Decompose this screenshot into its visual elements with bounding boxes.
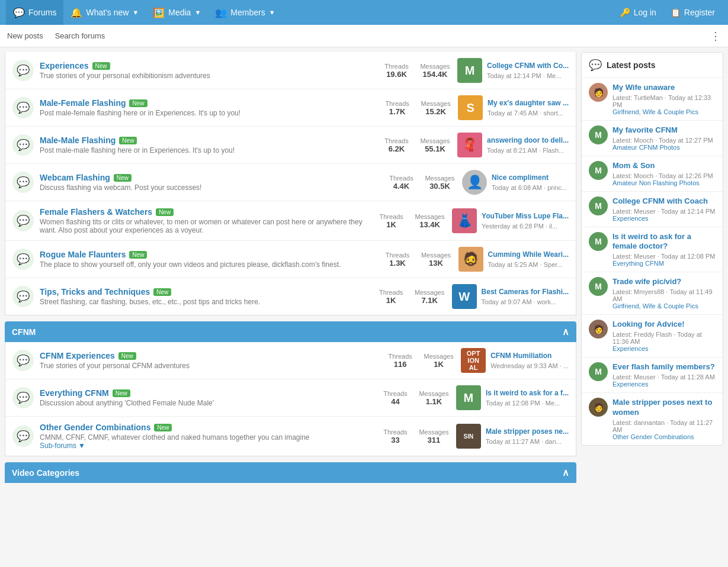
lp-title-1[interactable]: My favorite CFNM: [612, 125, 716, 136]
forum-stats-messages-rmf: Messages 13K: [420, 252, 453, 268]
avatar-lp-1: M: [589, 125, 608, 144]
badge-new-mff: New: [129, 99, 147, 107]
last-post-title-everything-cfnm[interactable]: Is it weird to ask for a f...: [486, 389, 569, 398]
forum-link-everything-cfnm[interactable]: Everything CFNM: [40, 388, 109, 398]
section-header-cfnm[interactable]: CFNM ∧: [5, 321, 576, 342]
nav-register[interactable]: 📋 Register: [663, 8, 722, 17]
table-row: 💬 Everything CFNM New Discussion about a…: [5, 379, 576, 417]
forum-icon-rmf: 💬: [12, 249, 34, 270]
nav-right-actions: 🔑 Log in 📋 Register: [613, 8, 722, 17]
forum-stats-threads-experiences: Threads 19.6K: [380, 63, 413, 79]
nav-forums-label: Forums: [28, 8, 56, 17]
forum-desc-ttt: Street flashing, car flashing, buses, et…: [40, 298, 369, 306]
last-post-title-experiences[interactable]: College CFNM with Co...: [487, 62, 569, 71]
forum-link-ogc[interactable]: Other Gender Combinations: [40, 423, 150, 432]
lp-content-3: College CFNM with Coach Latest: Meuser ·…: [612, 196, 716, 222]
lp-content-8: Male stripper poses next to women Latest…: [612, 398, 716, 440]
cfnm-forum-list: 💬 CFNM Experiences New True stories of y…: [5, 342, 576, 456]
nav-media[interactable]: 🖼️ Media ▼: [146, 0, 208, 25]
forum-link-rmf[interactable]: Rogue Male Flaunters: [40, 250, 126, 259]
last-post-info-everything-cfnm: Is it weird to ask for a f... Today at 1…: [486, 389, 569, 407]
lp-forum-8[interactable]: Other Gender Combinations: [612, 433, 716, 440]
forum-last-experiences: M College CFNM with Co... Today at 12:14…: [457, 58, 569, 83]
forum-title-cfnm-exp: CFNM Experiences New: [40, 351, 378, 360]
badge-new-experiences: New: [92, 62, 110, 70]
forum-last-mff: S My ex's daughter saw ... Today at 7:45…: [458, 95, 569, 120]
nav-media-label: Media: [168, 8, 191, 17]
lp-forum-5[interactable]: Girlfriend, Wife & Couple Pics: [612, 302, 716, 310]
last-post-title-ogc[interactable]: Male stripper poses ne...: [486, 427, 569, 437]
lp-title-0[interactable]: My Wife unaware: [612, 83, 716, 93]
avatar-lp-5: M: [589, 277, 608, 296]
forum-desc-webcam: Discuss flashing via webcam. Post your s…: [40, 183, 379, 192]
lp-forum-3[interactable]: Experiences: [612, 215, 716, 222]
lp-title-2[interactable]: Mom & Son: [612, 161, 716, 171]
lp-forum-4[interactable]: Everything CFNM: [612, 260, 716, 267]
nav-login[interactable]: 🔑 Log in: [613, 8, 663, 17]
table-row: 💬 Tips, Tricks and Techniques New Street…: [5, 278, 576, 315]
forum-link-experiences[interactable]: Experiences: [40, 61, 89, 70]
lp-forum-1[interactable]: Amateur CFNM Photos: [612, 144, 716, 151]
new-posts-link[interactable]: New posts: [7, 31, 43, 40]
forum-stats-threads-rmf: Threads 1.3K: [381, 252, 414, 268]
last-post-meta-mmf: Today at 8:21 AM · Flash...: [487, 147, 569, 154]
avatar-lp-0: 🧑: [589, 83, 608, 102]
last-post-title-ffw[interactable]: YouTuber Miss Lupe Fla...: [482, 212, 569, 221]
forum-link-webcam[interactable]: Webcam Flashing: [40, 173, 110, 182]
forum-link-ttt[interactable]: Tips, Tricks and Techniques: [40, 287, 150, 297]
last-post-title-cfnm-exp[interactable]: CFNM Humiliation: [490, 352, 569, 361]
table-row: 💬 Female Flashers & Watchers New Women f…: [5, 201, 576, 241]
lp-title-6[interactable]: Looking for Advice!: [612, 320, 716, 330]
search-forums-link[interactable]: Search forums: [55, 31, 105, 40]
badge-new-rmf: New: [129, 251, 147, 259]
badge-new-mmf: New: [119, 137, 137, 144]
table-row: 💬 Other Gender Combinations New CMNM, CF…: [5, 417, 576, 456]
lp-title-5[interactable]: Trade wife pic/vid?: [612, 277, 716, 287]
lp-title-8[interactable]: Male stripper poses next to women: [612, 398, 716, 418]
forum-desc-ogc: CMNM, CFNF, CMNF, whatever clothed and n…: [40, 433, 373, 442]
forum-link-ffw[interactable]: Female Flashers & Watchers: [40, 207, 152, 217]
forum-title-ogc: Other Gender Combinations New: [40, 423, 373, 432]
forum-stats-messages-cfnm-exp: Messages 1K: [422, 353, 455, 369]
last-post-title-mmf[interactable]: answering door to deli...: [487, 136, 569, 146]
nav-forums[interactable]: 💬 Forums: [6, 0, 63, 25]
lp-forum-6[interactable]: Experiences: [612, 345, 716, 352]
forum-info-everything-cfnm: Everything CFNM New Discussion about any…: [40, 388, 373, 407]
forum-desc-mff: Post male-female flashing here or in Exp…: [40, 109, 375, 117]
forum-last-everything-cfnm: M Is it weird to ask for a f... Today at…: [456, 385, 569, 410]
lp-forum-0[interactable]: Girlfriend, Wife & Couple Pics: [612, 108, 716, 115]
forum-link-mmf[interactable]: Male-Male Flashing: [40, 136, 116, 145]
lp-meta-3: Latest: Meuser · Today at 12:14 PM: [612, 208, 716, 215]
last-post-info-ogc: Male stripper poses ne... Today at 11:27…: [486, 427, 569, 445]
lp-content-6: Looking for Advice! Latest: Freddy Flash…: [612, 320, 716, 352]
lp-title-3[interactable]: College CFNM with Coach: [612, 196, 716, 207]
nav-members[interactable]: 👥 Members ▼: [208, 0, 282, 25]
lp-meta-4: Latest: Meuser · Today at 12:08 PM: [612, 253, 716, 260]
avatar-lp-8: 🧑: [589, 398, 608, 417]
more-options-button[interactable]: ⋮: [710, 30, 721, 43]
collapse-icon-cfnm: ∧: [562, 326, 569, 337]
last-post-title-webcam[interactable]: Nice compliment: [492, 173, 567, 183]
forum-info-webcam: Webcam Flashing New Discuss flashing via…: [40, 173, 379, 192]
avatar-webcam: 👤: [462, 170, 487, 195]
nav-whats-new[interactable]: 🔔 What's new ▼: [63, 0, 146, 25]
section-label-cfnm: CFNM: [12, 327, 36, 337]
latest-posts-panel: 💬 Latest posts 🧑 My Wife unaware Latest:…: [581, 52, 723, 446]
forum-stats-messages-ogc: Messages 311: [418, 429, 450, 444]
last-post-title-ttt[interactable]: Best Cameras for Flashi...: [482, 288, 569, 297]
last-post-title-rmf[interactable]: Cumming While Weari...: [488, 250, 569, 260]
forum-link-cfnm-exp[interactable]: CFNM Experiences: [40, 351, 115, 360]
lp-title-4[interactable]: Is it weird to ask for a female doctor?: [612, 232, 716, 252]
list-item: M My favorite CFNM Latest: Mooch · Today…: [582, 121, 723, 156]
last-post-title-mff[interactable]: My ex's daughter saw ...: [488, 99, 569, 108]
section-header-video[interactable]: Video Categories ∧: [5, 462, 576, 483]
forum-link-mff[interactable]: Male-Female Flashing: [40, 98, 126, 108]
lp-forum-7[interactable]: Experiences: [612, 381, 716, 388]
last-post-meta-rmf: Today at 5:25 AM · Sper...: [488, 261, 569, 268]
forum-stats-threads-mff: Threads 1.7K: [381, 100, 413, 116]
last-post-info-rmf: Cumming While Weari... Today at 5:25 AM …: [488, 250, 569, 268]
avatar-experiences: M: [457, 58, 482, 83]
sub-forums-link-ogc[interactable]: Sub-forums ▼: [40, 442, 373, 450]
lp-forum-2[interactable]: Amateur Non Flashing Photos: [612, 179, 716, 186]
lp-title-7[interactable]: Ever flash family members?: [612, 362, 716, 372]
